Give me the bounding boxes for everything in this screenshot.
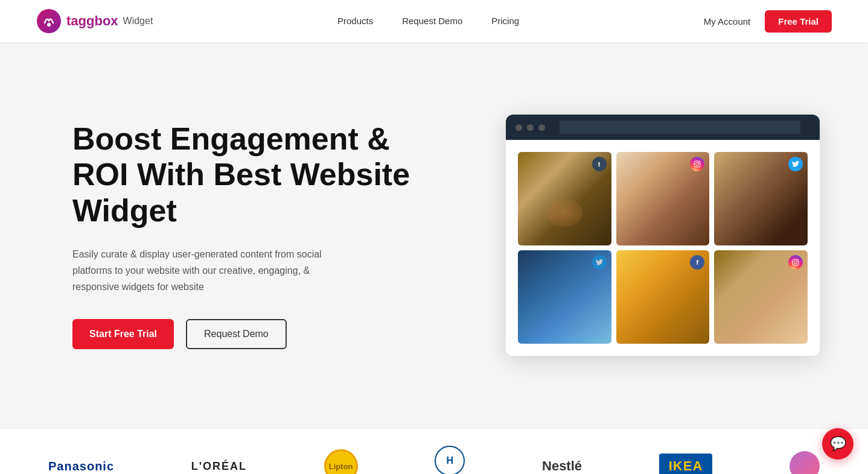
- browser-content: t: [506, 140, 820, 355]
- nav-item-request-demo[interactable]: Request Demo: [402, 16, 462, 27]
- panasonic-logo: Panasonic: [48, 460, 114, 473]
- browser-dot-2: [527, 124, 534, 131]
- navbar: taggbox Widget Products Request Demo Pri…: [0, 0, 868, 42]
- grid-cell-5: f: [616, 250, 710, 344]
- nav-links: Products Request Demo Pricing: [337, 16, 519, 27]
- hero-subtitle: Easily curate & display user-generated c…: [72, 246, 350, 295]
- browser-mockup: t: [506, 115, 820, 355]
- grid-cell-1: t: [518, 152, 611, 245]
- logo-icon: [36, 8, 62, 34]
- chat-button[interactable]: 💬: [822, 428, 854, 460]
- hero-buttons: Start Free Trial Request Demo: [72, 319, 410, 349]
- logo-taggbox-text: taggbox: [66, 13, 118, 29]
- browser-dot-1: [515, 124, 522, 131]
- nestle-text: Nestlé: [542, 458, 582, 474]
- hero-right: t: [482, 115, 820, 355]
- svg-point-6: [794, 261, 797, 264]
- grid-cell-2: [616, 152, 710, 245]
- partial-logo: [790, 451, 820, 474]
- grid-cell-6: [714, 250, 808, 344]
- browser-dot-3: [538, 124, 545, 131]
- nav-right: My Account Free Trial: [704, 10, 832, 33]
- svg-point-4: [698, 162, 700, 163]
- hero-left: Boost Engagement & ROI With Best Website…: [72, 121, 410, 350]
- svg-rect-5: [793, 259, 799, 265]
- loreal-text: L'ORÉAL: [191, 460, 247, 473]
- browser-toolbar: [506, 115, 820, 140]
- nav-link-request-demo[interactable]: Request Demo: [402, 16, 462, 26]
- start-free-trial-button[interactable]: Start Free Trial: [72, 319, 174, 349]
- hero-section: Boost Engagement & ROI With Best Website…: [0, 42, 868, 428]
- svg-rect-2: [694, 161, 700, 167]
- loreal-logo: L'ORÉAL: [191, 460, 247, 473]
- nav-link-pricing[interactable]: Pricing: [491, 16, 519, 26]
- social-badge-twitter-1: [788, 157, 803, 171]
- nav-item-products[interactable]: Products: [337, 16, 373, 27]
- hero-title: Boost Engagement & ROI With Best Website…: [72, 121, 410, 229]
- lipton-circle: Lipton: [324, 449, 358, 474]
- nav-item-pricing[interactable]: Pricing: [491, 16, 519, 27]
- social-grid: t: [518, 152, 808, 343]
- svg-point-3: [696, 163, 699, 166]
- lipton-logo: Lipton: [324, 449, 358, 474]
- social-badge-twitter-2: [592, 255, 607, 270]
- logo[interactable]: taggbox Widget: [36, 8, 153, 34]
- free-trial-nav-button[interactable]: Free Trial: [765, 10, 832, 33]
- lipton-text: Lipton: [329, 462, 353, 471]
- social-badge-tumblr: t: [592, 157, 607, 171]
- svg-point-7: [797, 261, 798, 262]
- social-badge-facebook: f: [690, 255, 704, 270]
- logo-widget-text: Widget: [123, 16, 153, 27]
- nav-link-products[interactable]: Products: [337, 16, 373, 26]
- my-account-link[interactable]: My Account: [704, 16, 751, 27]
- chat-icon: 💬: [830, 436, 846, 452]
- panasonic-text: Panasonic: [48, 460, 114, 473]
- social-badge-instagram-1: [690, 157, 704, 171]
- ikea-logo: IKEA: [659, 453, 713, 474]
- grid-cell-3: [714, 152, 808, 245]
- browser-address-bar: [560, 121, 800, 134]
- logos-bar: Panasonic L'ORÉAL Lipton H Hilton Nestlé…: [0, 428, 868, 474]
- request-demo-button[interactable]: Request Demo: [186, 319, 287, 349]
- partial-logo-circle: [790, 451, 820, 474]
- nestle-logo: Nestlé: [542, 458, 582, 474]
- hilton-circle-icon: H: [435, 446, 465, 474]
- social-badge-instagram-2: [788, 255, 803, 270]
- hilton-logo: H Hilton: [435, 446, 465, 474]
- grid-cell-4: [518, 250, 611, 344]
- svg-point-1: [47, 23, 51, 27]
- ikea-text: IKEA: [659, 453, 713, 474]
